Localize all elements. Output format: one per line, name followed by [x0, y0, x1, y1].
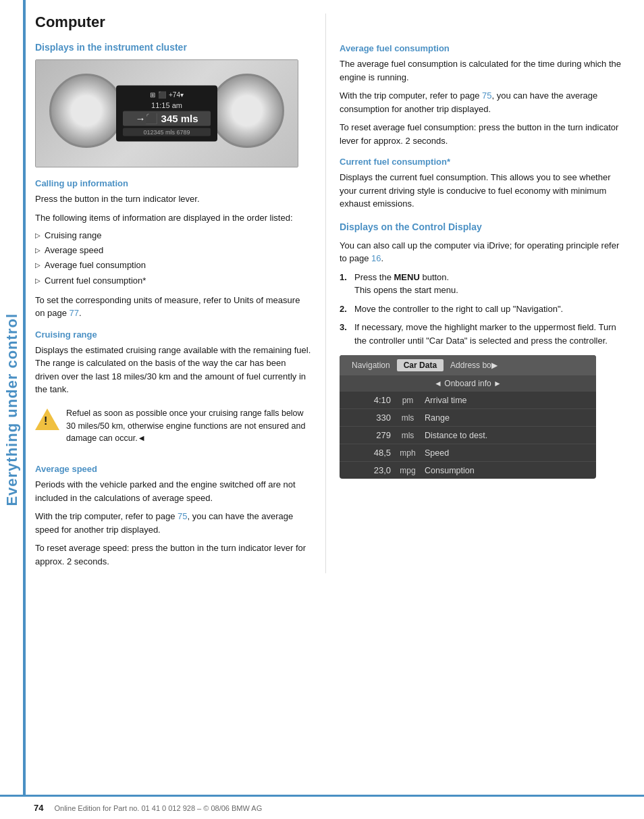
speed-val: 48,5 [350, 448, 391, 458]
cruising-range-heading: Cruising range [35, 329, 312, 340]
avg-fuel-para2: With the trip computer, refer to page 75… [340, 89, 622, 115]
control-display-heading: Displays on the Control Display [340, 221, 622, 232]
page-title: Computer [35, 14, 312, 31]
avg-fuel-consumption-heading: Average fuel consumption [340, 43, 622, 53]
step-3-num: 3. [340, 321, 349, 334]
steps-list: 1. Press the MENU button.This opens the … [340, 271, 622, 348]
nav-row-consumption: 23,0 mpg Consumption [340, 462, 596, 479]
right-column: Average fuel consumption The average fue… [325, 14, 622, 573]
consumption-unit: mpg [391, 466, 425, 475]
nav-tab-navigation[interactable]: Navigation [345, 359, 397, 371]
page-ref-75-right: 75 [482, 90, 491, 101]
page-ref-77: 77 [70, 308, 79, 318]
bullet-item-1: Cruising range [35, 230, 312, 242]
consumption-val: 23,0 [350, 465, 391, 475]
footer-info-text: Online Edition for Part no. 01 41 0 012 … [54, 804, 262, 812]
menu-label: MENU [394, 272, 420, 282]
section-heading-instrument: Displays in the instrument cluster [35, 42, 312, 53]
gauge-right [210, 74, 284, 148]
average-speed-para1: Periods with the vehicle parked and the … [35, 478, 312, 504]
gauge-left [49, 74, 124, 148]
step-1-num: 1. [340, 271, 349, 284]
footer-page-number: 74 [34, 803, 43, 813]
display-odometer: 012345 mls 6789 [123, 128, 211, 136]
arrow-icon: →⬛ [135, 113, 158, 124]
range-val: 330 [350, 413, 391, 423]
warning-box: Refuel as soon as possible once your cru… [35, 403, 312, 454]
footer: 74 Online Edition for Part no. 01 41 0 0… [0, 795, 644, 819]
nav-tab-cardata[interactable]: Car Data [397, 359, 444, 371]
distance-val: 279 [350, 430, 391, 440]
current-fuel-para1: Displays the current fuel consumption. T… [340, 171, 622, 211]
page-ref-16: 16 [371, 253, 381, 263]
current-fuel-heading: Current fuel consumption* [340, 157, 622, 167]
display-mileage: →⬛ 345 mls [123, 111, 211, 126]
nav-tab-addressbook[interactable]: Address bo▶ [444, 359, 504, 371]
instrument-cluster-image: ⊞ ⬛ +74▾ 11:15 am →⬛ 345 mls 012345 mls … [35, 59, 298, 167]
nav-header: Navigation Car Data Address bo▶ [340, 355, 596, 375]
distance-unit: mls [391, 431, 425, 440]
page-ref-75-left: 75 [178, 511, 187, 521]
bullet-item-2: Average speed [35, 244, 312, 257]
step-3-text: If necessary, move the highlight marker … [354, 321, 622, 347]
average-speed-para2: With the trip computer, refer to page 75… [35, 510, 312, 536]
display-top-reading: +74▾ [169, 91, 184, 99]
control-display-para1: You can also call up the computer via iD… [340, 239, 622, 265]
sidebar-bar [23, 0, 26, 819]
warning-text: Refuel as soon as possible once your cru… [66, 407, 312, 445]
avg-fuel-para3: To reset average fuel consumption: press… [340, 121, 622, 147]
center-display: ⊞ ⬛ +74▾ 11:15 am →⬛ 345 mls 012345 mls … [116, 86, 217, 142]
arrival-unit: pm [391, 396, 425, 405]
calling-up-heading: Calling up information [35, 178, 312, 188]
display-icon2: ⬛ [158, 91, 166, 99]
speed-label: Speed [425, 448, 449, 458]
nav-row-arrival: 4:10 pm Arrival time [340, 392, 596, 409]
range-label: Range [425, 413, 450, 423]
sidebar: Everything under control [0, 0, 24, 819]
average-speed-para3: To reset average speed: press the button… [35, 541, 312, 568]
arrival-label: Arrival time [425, 396, 467, 405]
nav-row-distance: 279 mls Distance to dest. [340, 427, 596, 444]
display-top-icons: ⊞ ⬛ +74▾ [123, 91, 211, 99]
bullet-list: Cruising range Average speed Average fue… [35, 230, 312, 287]
calling-up-para2: The following items of information are d… [35, 211, 312, 225]
bullet-item-4: Current fuel consumption* [35, 275, 312, 287]
nav-row-range: 330 mls Range [340, 409, 596, 427]
step-3: 3. If necessary, move the highlight mark… [340, 321, 622, 347]
cruising-range-para: Displays the estimated cruising range av… [35, 344, 312, 396]
bullet-item-3: Average fuel consumption [35, 259, 312, 271]
warning-icon-container [35, 408, 59, 430]
nav-row-speed: 48,5 mph Speed [340, 444, 596, 462]
arrival-val: 4:10 [350, 395, 391, 405]
display-icon1: ⊞ [150, 91, 155, 99]
nav-subheader: ◄ Onboard info ► [340, 375, 596, 392]
warning-triangle-icon [35, 408, 59, 430]
step-2: 2. Move the controller to the right to c… [340, 302, 622, 316]
units-reference-para: To set the corresponding units of measur… [35, 294, 312, 320]
left-column: Computer Displays in the instrument clus… [35, 14, 325, 573]
main-content: Computer Displays in the instrument clus… [28, 0, 644, 587]
consumption-label: Consumption [425, 466, 475, 475]
nav-display: Navigation Car Data Address bo▶ ◄ Onboar… [340, 355, 596, 479]
range-unit: mls [391, 413, 425, 423]
speed-unit: mph [391, 448, 425, 458]
step-2-text: Move the controller to the right to call… [354, 302, 563, 316]
sidebar-label: Everything under control [3, 313, 21, 506]
step-2-num: 2. [340, 302, 349, 316]
distance-label: Distance to dest. [425, 431, 487, 440]
avg-fuel-para1: The average fuel consumption is calculat… [340, 57, 622, 84]
step-1: 1. Press the MENU button.This opens the … [340, 271, 622, 297]
display-time: 11:15 am [123, 101, 211, 109]
calling-up-para1: Press the button in the turn indicator l… [35, 192, 312, 206]
average-speed-heading: Average speed [35, 464, 312, 474]
instrument-inner: ⊞ ⬛ +74▾ 11:15 am →⬛ 345 mls 012345 mls … [36, 60, 298, 167]
step-1-text: Press the MENU button.This opens the sta… [354, 271, 458, 297]
